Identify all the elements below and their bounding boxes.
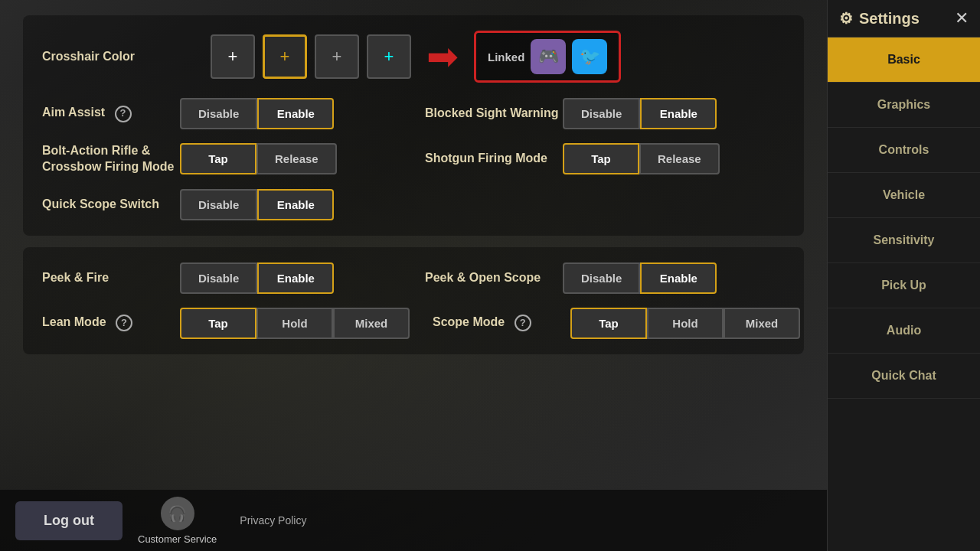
lean-mode-help-icon[interactable]: ? [116,315,132,331]
aim-assist-setting: Aim Assist ? Disable Enable [42,98,402,129]
customer-service-icon: 🎧 [161,497,194,530]
peek-fire-disable-btn[interactable]: Disable [180,262,257,294]
aim-assist-label: Aim Assist ? [42,105,180,122]
shotgun-tap-btn[interactable]: Tap [563,143,639,174]
sidebar-title: ⚙ Settings [839,9,920,28]
bolt-action-btn-group: Tap Release [180,143,337,174]
quick-scope-enable-btn[interactable]: Enable [257,189,334,220]
lean-mode-hold-btn[interactable]: Hold [256,308,333,339]
peek-open-scope-btn-group: Disable Enable [563,262,717,294]
sidebar-item-audio[interactable]: Audio [828,308,980,354]
privacy-policy-link[interactable]: Privacy Policy [240,514,306,527]
gamepad-icon[interactable]: 🎮 [531,39,566,74]
shotgun-firing-setting: Shotgun Firing Mode Tap Release [425,143,785,174]
scope-mode-setting: Scope Mode ? Tap Hold Mixed [433,308,800,339]
sidebar-item-sensitivity[interactable]: Sensitivity [828,218,980,263]
shotgun-release-btn[interactable]: Release [639,143,720,174]
scope-mode-btn-group: Tap Hold Mixed [570,308,800,339]
quick-scope-setting: Quick Scope Switch Disable Enable [42,189,785,220]
bolt-action-release-btn[interactable]: Release [256,143,337,174]
shotgun-firing-label: Shotgun Firing Mode [425,151,563,167]
crosshair-btn-cyan[interactable]: + [367,34,411,79]
peek-open-scope-enable-btn[interactable]: Enable [640,262,717,294]
peek-open-scope-setting: Peek & Open Scope Disable Enable [425,262,785,294]
scope-mode-mixed-btn[interactable]: Mixed [724,308,800,339]
sidebar-item-graphics[interactable]: Graphics [828,83,980,128]
quick-scope-disable-btn[interactable]: Disable [180,189,257,220]
crosshair-btn-white[interactable]: + [211,34,255,79]
aim-assist-enable-btn[interactable]: Enable [257,98,334,129]
sidebar-item-vehicle[interactable]: Vehicle [828,173,980,218]
blocked-sight-setting: Blocked Sight Warning Disable Enable [425,98,785,129]
crosshair-label: Crosshair Color [42,50,211,64]
crosshair-btn-yellow[interactable]: + [263,34,307,79]
bolt-action-setting: Bolt-Action Rifle &Crossbow Firing Mode … [42,143,402,175]
aim-assist-row: Aim Assist ? Disable Enable Blocked Sigh… [42,98,785,129]
sidebar-item-quickchat[interactable]: Quick Chat [828,354,980,399]
blocked-sight-label: Blocked Sight Warning [425,106,563,122]
sidebar-item-basic[interactable]: Basic [828,37,980,83]
customer-service-button[interactable]: 🎧 Customer Service [138,497,217,545]
bolt-action-tap-btn[interactable]: Tap [180,143,256,174]
sidebar: ⚙ Settings ✕ Basic Graphics Controls Veh… [827,0,980,551]
scope-mode-hold-btn[interactable]: Hold [647,308,724,339]
lean-mode-label: Lean Mode ? [42,315,180,331]
peek-fire-row: Peek & Fire Disable Enable Peek & Open S… [42,262,785,294]
peek-fire-enable-btn[interactable]: Enable [257,262,334,294]
scope-mode-tap-btn[interactable]: Tap [570,308,647,339]
peek-fire-btn-group: Disable Enable [180,262,334,294]
peek-open-scope-disable-btn[interactable]: Disable [563,262,640,294]
logout-button[interactable]: Log out [15,501,122,540]
footer: Log out 🎧 Customer Service Privacy Polic… [0,490,827,551]
crosshair-row: Crosshair Color + + + + ➡ Linked 🎮 🐦 [42,31,785,83]
blocked-sight-disable-btn[interactable]: Disable [563,98,640,129]
linked-box: Linked 🎮 🐦 [474,31,621,83]
twitter-icon[interactable]: 🐦 [572,39,607,74]
lean-mode-btn-group: Tap Hold Mixed [180,308,410,339]
sidebar-item-controls[interactable]: Controls [828,128,980,173]
top-section: Crosshair Color + + + + ➡ Linked 🎮 🐦 [23,15,804,236]
peek-open-scope-label: Peek & Open Scope [425,270,563,286]
sidebar-header: ⚙ Settings ✕ [828,0,980,37]
scope-mode-label: Scope Mode ? [433,315,570,331]
arrow-container: ➡ [426,37,459,76]
shotgun-firing-btn-group: Tap Release [563,143,720,174]
sidebar-title-text: Settings [859,10,920,28]
crosshair-options: + + + + [211,34,411,79]
quick-scope-row: Quick Scope Switch Disable Enable [42,189,785,220]
lean-mode-setting: Lean Mode ? Tap Hold Mixed [42,308,410,339]
quick-scope-label: Quick Scope Switch [42,197,180,213]
peek-fire-setting: Peek & Fire Disable Enable [42,262,402,294]
blocked-sight-enable-btn[interactable]: Enable [640,98,717,129]
lean-mode-tap-btn[interactable]: Tap [180,308,256,339]
peek-fire-label: Peek & Fire [42,270,180,286]
settings-gear-icon: ⚙ [839,9,853,28]
sidebar-item-pickup[interactable]: Pick Up [828,263,980,308]
close-button[interactable]: ✕ [955,10,969,27]
bottom-section: Peek & Fire Disable Enable Peek & Open S… [23,247,804,354]
linked-text: Linked [488,51,524,64]
quick-scope-btn-group: Disable Enable [180,189,334,220]
aim-assist-disable-btn[interactable]: Disable [180,98,257,129]
blocked-sight-btn-group: Disable Enable [563,98,717,129]
scope-mode-help-icon[interactable]: ? [514,315,531,331]
crosshair-btn-gray[interactable]: + [315,34,359,79]
customer-service-label: Customer Service [138,533,217,545]
bolt-action-label: Bolt-Action Rifle &Crossbow Firing Mode [42,143,180,175]
lean-mode-row: Lean Mode ? Tap Hold Mixed Scope Mode ? [42,308,785,339]
lean-mode-mixed-btn[interactable]: Mixed [333,308,410,339]
aim-assist-help-icon[interactable]: ? [115,106,132,122]
red-arrow-icon: ➡ [426,37,459,76]
bolt-action-row: Bolt-Action Rifle &Crossbow Firing Mode … [42,143,785,175]
aim-assist-btn-group: Disable Enable [180,98,334,129]
main-content: Crosshair Color + + + + ➡ Linked 🎮 🐦 [0,0,827,551]
